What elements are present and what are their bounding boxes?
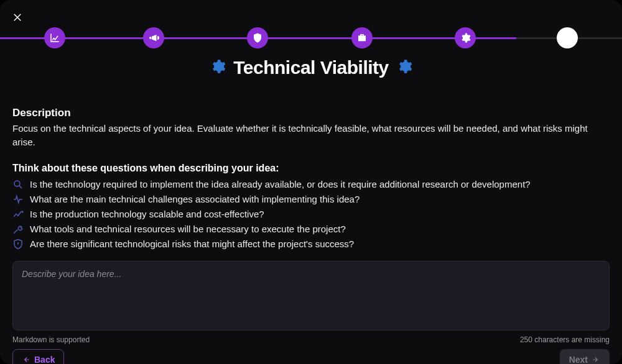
- question-item: What are the main technical challenges a…: [12, 194, 610, 205]
- question-item: Is the production technology scalable an…: [12, 209, 610, 220]
- gear-icon: [396, 58, 412, 77]
- idea-input-wrapper: [12, 261, 610, 333]
- next-label: Next: [569, 355, 588, 365]
- page-title-row: Technical Viability: [0, 57, 622, 78]
- markdown-note: Markdown is supported: [12, 335, 90, 344]
- question-item: Are there significant technological risk…: [12, 239, 610, 250]
- page-title: Technical Viability: [233, 57, 388, 78]
- questions-list: Is the technology required to implement …: [12, 179, 610, 250]
- progress-stepper: [0, 27, 622, 48]
- question-text: What tools and technical resources will …: [30, 224, 346, 234]
- question-text: Are there significant technological risk…: [30, 239, 354, 249]
- idea-input[interactable]: [12, 261, 610, 330]
- app-window: Technical Viability Description Focus on…: [0, 0, 622, 364]
- megaphone-icon: [148, 32, 159, 43]
- question-item: What tools and technical resources will …: [12, 224, 610, 235]
- magnifier-icon: [12, 179, 24, 190]
- stepper-node[interactable]: [143, 27, 164, 48]
- back-button[interactable]: Back: [12, 349, 64, 365]
- stepper-node[interactable]: [455, 27, 476, 48]
- lightbulb-icon: [562, 32, 573, 43]
- gear-icon: [210, 58, 226, 77]
- stepper-node[interactable]: [351, 27, 373, 48]
- trend-icon: [12, 209, 24, 220]
- shield-icon: [252, 32, 263, 43]
- back-label: Back: [34, 355, 55, 365]
- char-remaining: 250 characters are missing: [520, 335, 610, 344]
- description-text: Focus on the technical aspects of your i…: [12, 122, 610, 149]
- button-row: Back Next: [0, 344, 622, 365]
- question-item: Is the technology required to implement …: [12, 179, 610, 190]
- next-button[interactable]: Next: [560, 349, 610, 365]
- close-button[interactable]: [9, 9, 26, 26]
- stepper-node[interactable]: [44, 27, 65, 48]
- questions-heading: Think about these questions when describ…: [12, 163, 610, 174]
- stepper-node[interactable]: [247, 27, 268, 48]
- content-area: Description Focus on the technical aspec…: [0, 78, 622, 250]
- arrow-right-icon: [592, 355, 600, 364]
- question-text: What are the main technical challenges a…: [30, 194, 360, 204]
- question-text: Is the production technology scalable an…: [30, 209, 264, 219]
- wrench-icon: [12, 224, 24, 235]
- chart-line-icon: [49, 32, 60, 43]
- briefcase-icon: [356, 32, 368, 43]
- arrow-left-icon: [22, 355, 30, 364]
- question-text: Is the technology required to implement …: [30, 179, 531, 189]
- svg-point-0: [14, 181, 20, 186]
- pulse-icon: [12, 194, 24, 205]
- shield-alert-icon: [12, 239, 24, 250]
- input-meta-row: Markdown is supported 250 characters are…: [0, 333, 622, 344]
- gear-icon: [460, 32, 471, 43]
- stepper-node[interactable]: [557, 27, 578, 48]
- close-icon: [12, 12, 23, 23]
- description-heading: Description: [12, 107, 610, 119]
